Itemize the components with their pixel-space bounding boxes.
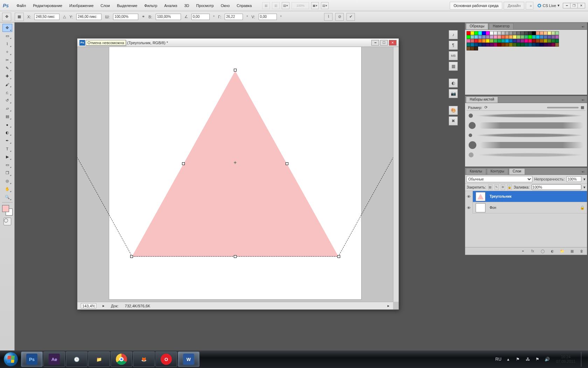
swatch[interactable] xyxy=(470,35,474,39)
panel-icon-7[interactable]: 🎨 xyxy=(449,106,458,115)
swatch[interactable] xyxy=(482,31,486,35)
swatch[interactable] xyxy=(517,43,520,47)
panel-icon-4[interactable]: ▦ xyxy=(449,62,458,71)
layer-name[interactable]: Треугольник xyxy=(490,195,511,198)
angle-input[interactable] xyxy=(191,14,210,20)
swatch[interactable] xyxy=(493,31,497,35)
swatch[interactable] xyxy=(478,43,482,47)
cs-live-button[interactable]: CS Live ▾ xyxy=(538,3,560,8)
handle-top[interactable] xyxy=(234,69,237,71)
history-brush-tool[interactable]: ↺ xyxy=(2,96,12,104)
swatch[interactable] xyxy=(493,43,497,47)
handle-bottom-center[interactable] xyxy=(234,255,237,258)
link-wh-icon[interactable]: ⚭ xyxy=(142,14,145,19)
fill-input[interactable] xyxy=(532,184,581,190)
new-brush-icon[interactable]: ▦ xyxy=(581,105,584,110)
swatch[interactable] xyxy=(513,31,517,35)
swatch[interactable] xyxy=(470,39,474,43)
swatch[interactable] xyxy=(497,31,501,35)
view-extras-icon[interactable]: ▤▾ xyxy=(321,2,329,9)
bridge-icon[interactable]: ▦ xyxy=(262,2,270,9)
visibility-icon[interactable]: 👁 xyxy=(465,202,473,213)
tab-layers[interactable]: Слои xyxy=(509,168,525,175)
pen-tool[interactable]: ✒ xyxy=(2,137,12,145)
swatch[interactable] xyxy=(544,43,547,47)
menu-filter[interactable]: Фильтр xyxy=(141,1,161,10)
taskbar-clock[interactable]: 16:24 07.09.2011 xyxy=(556,355,575,364)
menu-image[interactable]: Изображение xyxy=(66,1,97,10)
visibility-icon[interactable]: 👁 xyxy=(465,191,473,202)
add-mask-icon[interactable]: ◯ xyxy=(539,248,546,254)
blend-mode-select[interactable]: Обычные xyxy=(467,176,532,182)
swatch[interactable] xyxy=(505,31,509,35)
warp-mode-icon[interactable]: ⌇ xyxy=(324,13,332,21)
commit-transform-icon[interactable]: ✔ xyxy=(346,13,355,21)
opacity-input[interactable] xyxy=(567,176,581,182)
swatch[interactable] xyxy=(482,43,486,47)
swatch[interactable] xyxy=(555,31,559,35)
layers-list[interactable]: 👁 Треугольник 👁 Фон 🔒 xyxy=(465,191,587,247)
swatch[interactable] xyxy=(493,39,497,43)
menu-analysis[interactable]: Анализ xyxy=(161,1,181,10)
handle-mid-left[interactable] xyxy=(182,162,185,165)
quick-mask-button[interactable]: ◯ xyxy=(4,218,11,225)
vertical-scrollbar[interactable] xyxy=(393,47,399,302)
taskbar-app-explorer[interactable]: 📁 xyxy=(88,352,110,367)
taskbar-app-chrome[interactable] xyxy=(111,352,132,367)
doc-minimize-button[interactable]: ━ xyxy=(371,40,379,46)
swatch[interactable] xyxy=(501,31,505,35)
menu-layers[interactable]: Слои xyxy=(97,1,113,10)
stamp-tool[interactable]: ⎌ xyxy=(2,88,12,96)
swatch[interactable] xyxy=(482,35,486,39)
swatch[interactable] xyxy=(517,35,520,39)
swatch[interactable] xyxy=(520,43,524,47)
menu-select[interactable]: Выделение xyxy=(113,1,141,10)
link-layers-icon[interactable]: ⚭ xyxy=(520,248,526,254)
swatch[interactable] xyxy=(497,43,501,47)
swatch[interactable] xyxy=(524,39,528,43)
swatch[interactable] xyxy=(532,31,536,35)
gradient-tool[interactable]: ▤ xyxy=(2,113,12,121)
swatch[interactable] xyxy=(540,31,544,35)
panel-icon-2[interactable]: ¶ xyxy=(449,41,458,50)
h-input[interactable] xyxy=(156,14,181,20)
color-swatches[interactable] xyxy=(2,205,13,216)
swatch[interactable] xyxy=(547,39,551,43)
workspace-main[interactable]: Основная рабочая среда xyxy=(450,2,503,9)
swatch[interactable] xyxy=(490,43,493,47)
reference-point-icon[interactable]: ▦ xyxy=(15,13,24,21)
brush-size-slider[interactable] xyxy=(547,107,579,108)
start-button[interactable] xyxy=(1,352,20,367)
swatch[interactable] xyxy=(536,43,540,47)
swatch[interactable] xyxy=(544,39,547,43)
swatch[interactable] xyxy=(528,35,532,39)
workspace-more-icon[interactable]: » xyxy=(526,2,533,9)
swatch[interactable] xyxy=(478,31,482,35)
swatch[interactable] xyxy=(524,31,528,35)
swatch[interactable] xyxy=(528,39,532,43)
menu-view[interactable]: Просмотр xyxy=(192,1,217,10)
hand-tool[interactable]: ✋ xyxy=(2,185,12,193)
blur-tool[interactable]: ● xyxy=(2,121,12,129)
shape-tool[interactable]: ▭ xyxy=(2,161,12,169)
swatch[interactable] xyxy=(544,35,547,39)
doc-close-button[interactable]: ✕ xyxy=(389,40,397,46)
zoom-tool[interactable]: 🔍 xyxy=(2,193,12,201)
layer-row-triangle[interactable]: 👁 Треугольник xyxy=(465,191,587,202)
tab-navigator[interactable]: Навигатор xyxy=(489,23,513,29)
3d-camera-tool[interactable]: ◎ xyxy=(2,177,12,185)
swatch[interactable] xyxy=(551,43,555,47)
swatch[interactable] xyxy=(467,35,470,39)
swatch[interactable] xyxy=(486,39,490,43)
swatch[interactable] xyxy=(474,43,478,47)
layer-name[interactable]: Фон xyxy=(490,206,496,210)
transform-center-icon[interactable]: ✦ xyxy=(233,160,237,165)
skew-h-input[interactable] xyxy=(225,14,243,20)
taskbar-app-photoshop[interactable]: Ps xyxy=(21,352,43,367)
close-button[interactable]: ✕ xyxy=(578,3,585,8)
swatch[interactable] xyxy=(509,35,513,39)
reset-icon[interactable]: ⟳ xyxy=(484,105,488,110)
swatch[interactable] xyxy=(536,39,540,43)
tab-swatches[interactable]: Образцы xyxy=(466,23,488,29)
swatch[interactable] xyxy=(509,43,513,47)
